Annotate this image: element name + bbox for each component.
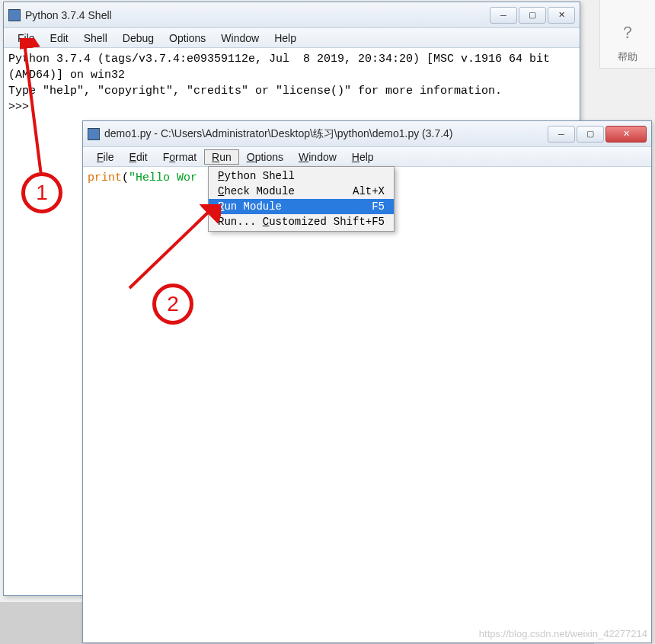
shell-menu-help[interactable]: Help xyxy=(267,30,304,46)
editor-titlebar[interactable]: demo1.py - C:\Users\Administrator\Deskto… xyxy=(83,121,651,147)
editor-code-area[interactable]: print("Hello Wor xyxy=(83,167,651,642)
python-file-icon xyxy=(88,128,100,140)
annotation-1-number: 1 xyxy=(36,181,48,205)
shell-menu-edit[interactable]: Edit xyxy=(43,30,76,46)
shell-line1: Python 3.7.4 (tags/v3.7.4:e09359112e, Ju… xyxy=(8,53,557,66)
editor-minimize-button[interactable]: ─ xyxy=(548,126,575,143)
watermark-text: https://blog.csdn.net/weixin_42277214 xyxy=(479,628,647,639)
close-button[interactable]: ✕ xyxy=(548,7,575,24)
editor-menu-file[interactable]: File xyxy=(89,149,122,165)
shell-menubar: File Edit Shell Debug Options Window Hel… xyxy=(4,28,580,48)
code-paren: ( xyxy=(122,171,129,184)
code-string: "Hello Wor xyxy=(129,171,197,184)
annotation-2-number: 2 xyxy=(167,292,179,316)
shell-menu-file[interactable]: File xyxy=(10,30,43,46)
help-panel: ？ 帮助 xyxy=(599,0,655,69)
editor-window-controls: ─ ▢ ✕ xyxy=(548,126,647,143)
menu-run-customized[interactable]: Run... CustomizedShift+F5 xyxy=(209,214,394,229)
editor-menu-window[interactable]: Window xyxy=(291,149,344,165)
maximize-button[interactable]: ▢ xyxy=(519,7,546,24)
help-label: 帮助 xyxy=(600,50,655,64)
editor-menu-run[interactable]: Run xyxy=(204,149,239,165)
editor-menubar: File Edit Format Run Options Window Help xyxy=(83,147,651,167)
editor-title: demo1.py - C:\Users\Administrator\Deskto… xyxy=(104,127,548,141)
annotation-circle-1: 1 xyxy=(21,172,62,213)
shell-window-controls: ─ ▢ ✕ xyxy=(490,7,575,24)
annotation-circle-2: 2 xyxy=(152,284,193,325)
menu-check-module[interactable]: Check ModuleAlt+X xyxy=(209,184,394,199)
menu-run-module[interactable]: Run ModuleF5 xyxy=(209,199,394,214)
shell-menu-shell[interactable]: Shell xyxy=(76,30,115,46)
shell-prompt: >>> xyxy=(8,101,36,114)
shell-line2: (AMD64)] on win32 xyxy=(8,69,125,82)
editor-close-button[interactable]: ✕ xyxy=(605,126,647,143)
shell-menu-options[interactable]: Options xyxy=(161,30,213,46)
menu-python-shell[interactable]: Python Shell xyxy=(209,168,394,184)
shell-line3: Type "help", "copyright", "credits" or "… xyxy=(8,85,502,98)
code-keyword: print xyxy=(88,171,122,184)
shell-menu-debug[interactable]: Debug xyxy=(115,30,161,46)
shell-titlebar[interactable]: Python 3.7.4 Shell ─ ▢ ✕ xyxy=(4,2,580,28)
editor-maximize-button[interactable]: ▢ xyxy=(577,126,604,143)
editor-menu-help[interactable]: Help xyxy=(344,149,382,165)
help-question-icon[interactable]: ？ xyxy=(600,21,655,44)
run-dropdown-menu: Python Shell Check ModuleAlt+X Run Modul… xyxy=(208,166,395,232)
minimize-button[interactable]: ─ xyxy=(490,7,517,24)
python-icon xyxy=(8,9,21,21)
shell-title: Python 3.7.4 Shell xyxy=(25,9,490,21)
editor-menu-edit[interactable]: Edit xyxy=(122,149,155,165)
editor-menu-format[interactable]: Format xyxy=(155,149,204,165)
shell-menu-window[interactable]: Window xyxy=(213,30,267,46)
editor-menu-options[interactable]: Options xyxy=(239,149,291,165)
